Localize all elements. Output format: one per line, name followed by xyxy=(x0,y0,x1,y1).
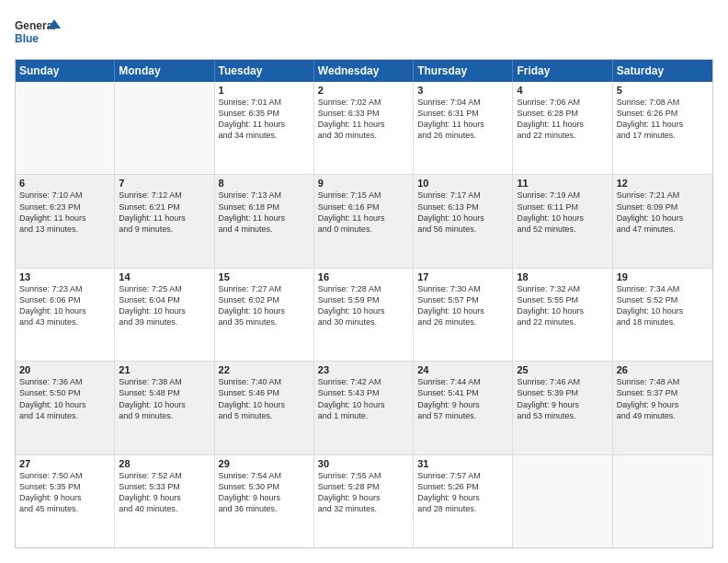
day-info: Sunrise: 7:06 AM Sunset: 6:28 PM Dayligh… xyxy=(517,97,608,142)
calendar-header: SundayMondayTuesdayWednesdayThursdayFrid… xyxy=(16,60,712,82)
day-number: 27 xyxy=(19,458,110,469)
day-number: 24 xyxy=(417,364,508,375)
calendar-row-1: 1Sunrise: 7:01 AM Sunset: 6:35 PM Daylig… xyxy=(16,82,712,175)
day-info: Sunrise: 7:15 AM Sunset: 6:16 PM Dayligh… xyxy=(318,190,409,235)
day-cell-27: 27Sunrise: 7:50 AM Sunset: 5:35 PM Dayli… xyxy=(16,455,115,547)
day-number: 2 xyxy=(318,85,409,96)
day-number: 4 xyxy=(517,85,608,96)
day-header-wednesday: Wednesday xyxy=(314,60,414,82)
day-number: 25 xyxy=(517,364,608,375)
day-number: 28 xyxy=(119,458,210,469)
day-info: Sunrise: 7:12 AM Sunset: 6:21 PM Dayligh… xyxy=(119,190,210,235)
day-cell-18: 18Sunrise: 7:32 AM Sunset: 5:55 PM Dayli… xyxy=(513,269,612,361)
day-info: Sunrise: 7:38 AM Sunset: 5:48 PM Dayligh… xyxy=(119,376,210,421)
day-number: 5 xyxy=(617,85,709,96)
day-info: Sunrise: 7:40 AM Sunset: 5:46 PM Dayligh… xyxy=(219,376,310,421)
logo-svg: General Blue xyxy=(15,15,61,52)
day-cell-11: 11Sunrise: 7:19 AM Sunset: 6:11 PM Dayli… xyxy=(513,175,612,267)
day-cell-3: 3Sunrise: 7:04 AM Sunset: 6:31 PM Daylig… xyxy=(414,82,513,174)
day-number: 31 xyxy=(417,458,508,469)
day-number: 17 xyxy=(417,271,508,282)
day-info: Sunrise: 7:34 AM Sunset: 5:52 PM Dayligh… xyxy=(617,283,709,328)
day-number: 22 xyxy=(219,364,310,375)
day-number: 15 xyxy=(219,271,310,282)
calendar: SundayMondayTuesdayWednesdayThursdayFrid… xyxy=(15,59,713,548)
day-cell-1: 1Sunrise: 7:01 AM Sunset: 6:35 PM Daylig… xyxy=(215,82,314,174)
day-info: Sunrise: 7:54 AM Sunset: 5:30 PM Dayligh… xyxy=(219,470,310,515)
day-info: Sunrise: 7:17 AM Sunset: 6:13 PM Dayligh… xyxy=(417,190,508,235)
day-number: 11 xyxy=(517,178,608,189)
svg-text:General: General xyxy=(15,19,56,32)
day-cell-15: 15Sunrise: 7:27 AM Sunset: 6:02 PM Dayli… xyxy=(215,269,314,361)
day-cell-22: 22Sunrise: 7:40 AM Sunset: 5:46 PM Dayli… xyxy=(215,362,314,454)
day-info: Sunrise: 7:13 AM Sunset: 6:18 PM Dayligh… xyxy=(219,190,310,235)
day-cell-2: 2Sunrise: 7:02 AM Sunset: 6:33 PM Daylig… xyxy=(314,82,414,174)
day-header-friday: Friday xyxy=(513,60,612,82)
day-info: Sunrise: 7:52 AM Sunset: 5:33 PM Dayligh… xyxy=(119,470,210,515)
day-cell-19: 19Sunrise: 7:34 AM Sunset: 5:52 PM Dayli… xyxy=(613,269,712,361)
day-number: 3 xyxy=(417,85,508,96)
day-cell-31: 31Sunrise: 7:57 AM Sunset: 5:26 PM Dayli… xyxy=(414,455,513,547)
day-cell-6: 6Sunrise: 7:10 AM Sunset: 6:23 PM Daylig… xyxy=(16,175,115,267)
day-header-thursday: Thursday xyxy=(414,60,513,82)
day-info: Sunrise: 7:57 AM Sunset: 5:26 PM Dayligh… xyxy=(417,470,508,515)
calendar-row-4: 20Sunrise: 7:36 AM Sunset: 5:50 PM Dayli… xyxy=(16,362,712,454)
day-info: Sunrise: 7:02 AM Sunset: 6:33 PM Dayligh… xyxy=(318,97,409,142)
day-header-saturday: Saturday xyxy=(613,60,712,82)
empty-cell xyxy=(613,455,712,547)
day-info: Sunrise: 7:01 AM Sunset: 6:35 PM Dayligh… xyxy=(219,97,310,142)
day-header-sunday: Sunday xyxy=(16,60,115,82)
day-cell-9: 9Sunrise: 7:15 AM Sunset: 6:16 PM Daylig… xyxy=(314,175,414,267)
day-number: 18 xyxy=(517,271,608,282)
day-info: Sunrise: 7:23 AM Sunset: 6:06 PM Dayligh… xyxy=(19,283,110,328)
day-cell-10: 10Sunrise: 7:17 AM Sunset: 6:13 PM Dayli… xyxy=(414,175,513,267)
day-info: Sunrise: 7:48 AM Sunset: 5:37 PM Dayligh… xyxy=(617,376,709,421)
day-number: 16 xyxy=(318,271,409,282)
day-info: Sunrise: 7:50 AM Sunset: 5:35 PM Dayligh… xyxy=(19,470,110,515)
day-number: 30 xyxy=(318,458,409,469)
day-cell-14: 14Sunrise: 7:25 AM Sunset: 6:04 PM Dayli… xyxy=(115,269,214,361)
day-info: Sunrise: 7:42 AM Sunset: 5:43 PM Dayligh… xyxy=(318,376,409,421)
day-cell-12: 12Sunrise: 7:21 AM Sunset: 6:09 PM Dayli… xyxy=(613,175,712,267)
day-cell-23: 23Sunrise: 7:42 AM Sunset: 5:43 PM Dayli… xyxy=(314,362,414,454)
empty-cell xyxy=(513,455,612,547)
day-info: Sunrise: 7:55 AM Sunset: 5:28 PM Dayligh… xyxy=(318,470,409,515)
day-cell-30: 30Sunrise: 7:55 AM Sunset: 5:28 PM Dayli… xyxy=(314,455,414,547)
day-cell-24: 24Sunrise: 7:44 AM Sunset: 5:41 PM Dayli… xyxy=(414,362,513,454)
day-cell-7: 7Sunrise: 7:12 AM Sunset: 6:21 PM Daylig… xyxy=(115,175,214,267)
day-info: Sunrise: 7:30 AM Sunset: 5:57 PM Dayligh… xyxy=(417,283,508,328)
day-cell-8: 8Sunrise: 7:13 AM Sunset: 6:18 PM Daylig… xyxy=(215,175,314,267)
day-info: Sunrise: 7:25 AM Sunset: 6:04 PM Dayligh… xyxy=(119,283,210,328)
day-cell-20: 20Sunrise: 7:36 AM Sunset: 5:50 PM Dayli… xyxy=(16,362,115,454)
day-cell-28: 28Sunrise: 7:52 AM Sunset: 5:33 PM Dayli… xyxy=(115,455,214,547)
day-header-tuesday: Tuesday xyxy=(215,60,314,82)
day-cell-29: 29Sunrise: 7:54 AM Sunset: 5:30 PM Dayli… xyxy=(215,455,314,547)
day-number: 14 xyxy=(119,271,210,282)
empty-cell xyxy=(16,82,115,174)
day-info: Sunrise: 7:44 AM Sunset: 5:41 PM Dayligh… xyxy=(417,376,508,421)
day-info: Sunrise: 7:21 AM Sunset: 6:09 PM Dayligh… xyxy=(617,190,709,235)
day-info: Sunrise: 7:10 AM Sunset: 6:23 PM Dayligh… xyxy=(19,190,110,235)
day-number: 8 xyxy=(219,178,310,189)
day-info: Sunrise: 7:28 AM Sunset: 5:59 PM Dayligh… xyxy=(318,283,409,328)
day-number: 23 xyxy=(318,364,409,375)
day-number: 7 xyxy=(119,178,210,189)
day-number: 10 xyxy=(417,178,508,189)
day-cell-5: 5Sunrise: 7:08 AM Sunset: 6:26 PM Daylig… xyxy=(613,82,712,174)
day-info: Sunrise: 7:04 AM Sunset: 6:31 PM Dayligh… xyxy=(417,97,508,142)
day-cell-16: 16Sunrise: 7:28 AM Sunset: 5:59 PM Dayli… xyxy=(314,269,414,361)
svg-text:Blue: Blue xyxy=(15,32,39,45)
day-cell-13: 13Sunrise: 7:23 AM Sunset: 6:06 PM Dayli… xyxy=(16,269,115,361)
calendar-row-5: 27Sunrise: 7:50 AM Sunset: 5:35 PM Dayli… xyxy=(16,455,712,547)
day-cell-21: 21Sunrise: 7:38 AM Sunset: 5:48 PM Dayli… xyxy=(115,362,214,454)
day-number: 19 xyxy=(617,271,709,282)
day-cell-17: 17Sunrise: 7:30 AM Sunset: 5:57 PM Dayli… xyxy=(414,269,513,361)
day-number: 9 xyxy=(318,178,409,189)
day-header-monday: Monday xyxy=(115,60,214,82)
day-number: 6 xyxy=(19,178,110,189)
day-number: 13 xyxy=(19,271,110,282)
day-info: Sunrise: 7:32 AM Sunset: 5:55 PM Dayligh… xyxy=(517,283,608,328)
calendar-body: 1Sunrise: 7:01 AM Sunset: 6:35 PM Daylig… xyxy=(16,82,712,547)
day-info: Sunrise: 7:19 AM Sunset: 6:11 PM Dayligh… xyxy=(517,190,608,235)
day-info: Sunrise: 7:08 AM Sunset: 6:26 PM Dayligh… xyxy=(617,97,709,142)
